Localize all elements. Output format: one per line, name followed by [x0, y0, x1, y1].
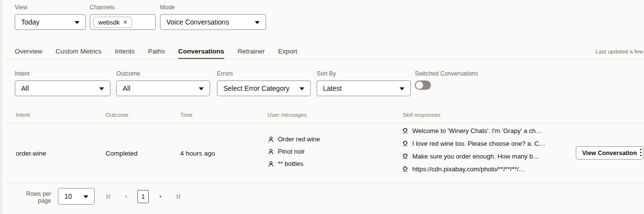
caret-down-icon [99, 87, 104, 90]
rows-per-page-label-line2: page [26, 197, 51, 204]
agent-headset-icon [402, 153, 409, 160]
outcome-select[interactable]: All [116, 80, 210, 96]
intent-label: Intent [15, 70, 110, 77]
cell-outcome: Completed [106, 150, 137, 157]
next-page-icon[interactable] [155, 189, 166, 203]
channels-label: Channels [90, 4, 156, 11]
channels-filter: Channels websdk × [90, 4, 156, 30]
agent-headset-icon [402, 127, 409, 134]
rows-per-page-label: Rows per page [26, 190, 51, 204]
tab-retrainer[interactable]: Retrainer [238, 48, 265, 59]
mode-filter: Mode Voice Conversations [160, 4, 266, 30]
switched-conversations-toggle[interactable] [415, 80, 431, 90]
caret-down-icon [199, 87, 204, 90]
tab-bar: Overview Custom Metrics Intents Paths Co… [15, 48, 297, 59]
pagination-controls: 1 [103, 189, 183, 203]
toggle-knob [416, 81, 423, 89]
column-header-time: Time [180, 112, 192, 118]
switched-conversations-filter: Switched Conversations [415, 70, 478, 90]
tabs-divider [6, 59, 644, 59]
column-header-outcome: Outcome [106, 112, 129, 118]
sort-by-label: Sort By [317, 70, 411, 77]
tab-overview[interactable]: Overview [15, 48, 42, 59]
intent-select-value: All [21, 84, 29, 92]
intent-filter: Intent All [15, 70, 110, 96]
outcome-filter: Outcome All [116, 70, 210, 96]
intent-select[interactable]: All [15, 80, 110, 96]
skill-response-text: I love red wine too. Please choose one? … [412, 140, 545, 147]
agent-headset-icon [402, 165, 409, 173]
switched-conversations-label: Switched Conversations [415, 70, 478, 77]
user-message: Order red wine [268, 135, 320, 143]
skill-response-text: https://cdn.pixabay.com/photo/**/**/**/… [412, 165, 525, 173]
mode-select-value: Voice Conversations [166, 18, 229, 26]
view-label: View [15, 4, 86, 11]
skill-response-text: Make sure you order enough. How many b… [412, 153, 539, 160]
errors-filter: Errors Select Error Category [217, 70, 311, 96]
person-icon [268, 160, 274, 167]
skill-response: https://cdn.pixabay.com/photo/**/**/**/… [402, 165, 545, 173]
mode-label: Mode [160, 4, 266, 11]
person-icon [268, 148, 274, 155]
view-filter: View Today [15, 4, 86, 30]
chip-remove-icon[interactable]: × [123, 19, 127, 26]
person-icon [268, 136, 274, 143]
user-message: ** bottles [268, 160, 320, 167]
cell-intent: order.wine [16, 150, 46, 157]
errors-select[interactable]: Select Error Category [217, 80, 311, 96]
tab-custom-metrics[interactable]: Custom Metrics [55, 48, 102, 59]
rows-per-page-label-line1: Rows per [26, 190, 51, 197]
skill-responses-list: Welcome to 'Winery Chats'. I'm 'Grapy' a… [402, 127, 545, 173]
errors-select-value: Select Error Category [223, 84, 290, 92]
channel-chip-label: websdk [98, 19, 120, 26]
channels-input[interactable]: websdk × [90, 14, 156, 30]
rows-per-page-value: 10 [64, 192, 72, 200]
tab-conversations[interactable]: Conversations [178, 48, 224, 59]
view-select-value: Today [21, 18, 39, 26]
view-select[interactable]: Today [15, 14, 86, 30]
channel-chip-websdk[interactable]: websdk × [93, 17, 132, 28]
tab-export[interactable]: Export [278, 48, 297, 59]
column-header-user-messages: User messages [268, 112, 307, 118]
rows-per-page-select[interactable]: 10 [58, 188, 95, 205]
rows-per-page-field: 10 [58, 188, 95, 205]
page-number-box[interactable]: 1 [137, 190, 149, 203]
mode-select[interactable]: Voice Conversations [160, 14, 266, 30]
skill-response: Welcome to 'Winery Chats'. I'm 'Grapy' a… [402, 127, 545, 134]
caret-down-icon [400, 87, 404, 90]
user-message-text: Pinot noir [278, 148, 305, 155]
outcome-label: Outcome [116, 70, 210, 77]
previous-page-icon[interactable] [120, 189, 131, 203]
skill-response: Make sure you order enough. How many b… [402, 153, 545, 160]
user-messages-list: Order red wine Pinot noir ** bottles [268, 135, 320, 167]
outcome-select-value: All [123, 84, 131, 92]
kebab-menu-icon[interactable] [640, 149, 642, 156]
caret-down-icon [83, 195, 88, 198]
cell-time: 4 hours ago [180, 150, 215, 157]
left-edge-strip [0, 0, 2, 214]
user-message-text: Order red wine [278, 135, 320, 143]
errors-label: Errors [217, 70, 311, 77]
agent-headset-icon [402, 140, 409, 147]
sort-by-filter: Sort By Latest [317, 70, 411, 96]
column-header-intent: Intent [16, 112, 30, 118]
view-conversation-button[interactable]: View Conversation [576, 146, 644, 160]
sort-by-select-value: Latest [323, 84, 342, 92]
row-divider [6, 183, 644, 183]
last-updated-text: Last updated a few s [595, 49, 644, 54]
conversations-insights-page: View Today Channels websdk × Mode Voice … [0, 0, 644, 214]
caret-down-icon [75, 21, 80, 24]
last-page-icon[interactable] [172, 189, 183, 203]
sort-by-select[interactable]: Latest [317, 80, 411, 96]
header-divider [6, 123, 644, 123]
tab-paths[interactable]: Paths [148, 48, 165, 59]
caret-down-icon [255, 21, 260, 24]
caret-down-icon [299, 87, 304, 90]
skill-response: I love red wine too. Please choose one? … [402, 140, 545, 147]
column-header-skill-responses: Skill responses [402, 112, 440, 118]
user-message: Pinot noir [268, 148, 320, 155]
first-page-icon[interactable] [103, 189, 114, 203]
skill-response-text: Welcome to 'Winery Chats'. I'm 'Grapy' a… [412, 127, 542, 134]
user-message-text: ** bottles [278, 160, 303, 167]
tab-intents[interactable]: Intents [115, 48, 135, 59]
